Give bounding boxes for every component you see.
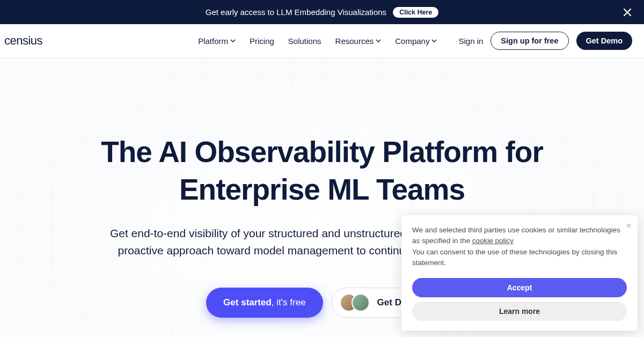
main-nav: censius Platform Pricing Solutions Resou… bbox=[0, 24, 644, 58]
cookie-text-pre: We and selected third parties use cookie… bbox=[412, 226, 620, 245]
sign-up-button[interactable]: Sign up for free bbox=[491, 32, 568, 50]
announcement-close-button[interactable] bbox=[623, 8, 632, 17]
avatar-group bbox=[340, 294, 370, 312]
nav-label: Pricing bbox=[250, 36, 274, 46]
cookie-consent-banner: × We and selected third parties use cook… bbox=[401, 215, 638, 331]
cookie-text-2: You can consent to the use of these tech… bbox=[412, 247, 627, 269]
nav-label: Resources bbox=[335, 36, 374, 46]
cookie-policy-link[interactable]: cookie policy bbox=[472, 237, 514, 245]
chevron-down-icon bbox=[431, 38, 437, 43]
announcement-bar: Get early access to LLM Embedding Visual… bbox=[0, 0, 644, 24]
nav-item-resources[interactable]: Resources bbox=[335, 36, 382, 46]
chevron-down-icon bbox=[376, 38, 381, 43]
nav-label: Company bbox=[395, 36, 429, 46]
announcement-cta-button[interactable]: Click Here bbox=[393, 7, 438, 18]
close-icon bbox=[623, 8, 632, 17]
avatar bbox=[352, 294, 370, 312]
get-demo-nav-button[interactable]: Get Demo bbox=[576, 32, 633, 50]
nav-item-solutions[interactable]: Solutions bbox=[288, 36, 321, 46]
chevron-down-icon bbox=[230, 38, 236, 43]
nav-label: Solutions bbox=[288, 36, 321, 46]
nav-links: Platform Pricing Solutions Resources Com… bbox=[198, 36, 437, 46]
nav-item-pricing[interactable]: Pricing bbox=[250, 36, 274, 46]
get-started-button[interactable]: Get started, it's free bbox=[206, 288, 323, 318]
cookie-buttons: Accept Learn more bbox=[412, 278, 627, 321]
nav-item-platform[interactable]: Platform bbox=[198, 36, 236, 46]
cookie-close-button[interactable]: × bbox=[626, 222, 631, 230]
hero-title: The AI Observability Platform for Enterp… bbox=[0, 133, 644, 209]
sign-in-link[interactable]: Sign in bbox=[458, 36, 483, 46]
nav-label: Platform bbox=[198, 36, 228, 46]
hero-title-line1: The AI Observability Platform for bbox=[101, 135, 543, 169]
cookie-text-1: We and selected third parties use cookie… bbox=[412, 225, 627, 247]
cookie-accept-button[interactable]: Accept bbox=[412, 278, 627, 297]
get-started-light: , it's free bbox=[272, 297, 306, 307]
nav-item-company[interactable]: Company bbox=[395, 36, 437, 46]
brand-logo[interactable]: censius bbox=[4, 34, 42, 48]
get-started-bold: Get started bbox=[223, 297, 272, 307]
hero-title-line2: Enterprise ML Teams bbox=[179, 173, 465, 206]
cookie-learn-more-button[interactable]: Learn more bbox=[412, 302, 627, 321]
announcement-text: Get early access to LLM Embedding Visual… bbox=[206, 8, 386, 17]
nav-actions: Sign in Sign up for free Get Demo bbox=[458, 32, 632, 50]
